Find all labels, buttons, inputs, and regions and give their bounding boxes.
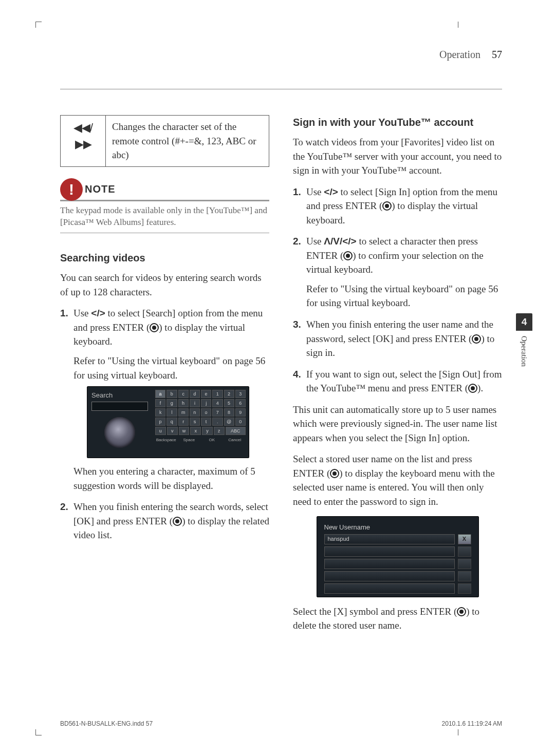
screenshot-input — [91, 402, 148, 411]
chapter-label: Operation — [520, 331, 528, 367]
screenshot-search-label: Search — [91, 391, 148, 401]
signin-step-4: 4. If you want to sign out, select the [… — [293, 367, 502, 395]
username-slot — [324, 571, 455, 581]
delete-x-button — [458, 559, 471, 569]
signin-step-2: 2. Use Λ/V/</> to select a character the… — [293, 234, 502, 310]
heading-sign-in: Sign in with your YouTube™ account — [293, 115, 502, 130]
rewind-forward-icon: ◀◀/▶▶ — [61, 116, 106, 167]
enter-icon — [457, 607, 466, 616]
footer-timestamp: 2010.1.6 11:19:24 AM — [442, 720, 502, 727]
chapter-number: 4 — [516, 313, 532, 331]
note-title: NOTE — [85, 182, 116, 197]
delete-x-button — [458, 546, 471, 557]
screenshot-new-username: New Username — [324, 523, 471, 533]
left-right-nav-icon: </> — [91, 308, 105, 318]
note-alert-icon: ! — [60, 178, 83, 201]
heading-searching-videos: Searching videos — [60, 251, 269, 266]
delete-x-button: X — [458, 534, 471, 544]
username-slot: hanspud — [324, 534, 455, 544]
step-2: 2. When you finish entering the search w… — [60, 500, 269, 542]
dpad-nav-icon: Λ/V/</> — [324, 236, 356, 247]
enter-icon — [468, 384, 477, 393]
step-1: 1. Use </> to select [Search] option fro… — [60, 306, 269, 493]
enter-icon — [150, 323, 159, 332]
side-chapter-tab: 4 Operation — [516, 313, 532, 393]
step-1-reference: Refer to "Using the virtual keyboard" on… — [73, 354, 269, 382]
username-slot — [324, 559, 455, 569]
username-slot — [324, 546, 455, 557]
crop-mark — [458, 729, 458, 735]
stored-user-text: Select a stored user name on the list an… — [293, 452, 502, 508]
charset-table: ◀◀/▶▶ Changes the character set of the r… — [60, 115, 269, 167]
note-body: The keypad mode is available only in the… — [60, 201, 269, 233]
signin-step-3: 3. When you finish entering the user nam… — [293, 317, 502, 360]
note-header: ! NOTE — [60, 178, 269, 201]
disc-icon — [104, 417, 135, 448]
charset-description: Changes the character set of the remote … — [106, 116, 269, 167]
header-page-number: 57 — [492, 49, 502, 61]
virtual-keyboard-screenshot: Search abcde123 fghij456 klmno789 pqrst.… — [87, 386, 249, 458]
page-header: Operation 57 — [60, 49, 502, 61]
signin-step-1: 1. Use </> to select [Sign In] option fr… — [293, 185, 502, 228]
crop-mark — [35, 729, 42, 735]
enter-icon — [173, 517, 182, 526]
delete-x-button — [458, 583, 471, 594]
auto-store-text: This unit can automatically store up to … — [293, 403, 502, 445]
right-column: Sign in with your YouTube™ account To wa… — [293, 115, 502, 640]
enter-icon — [343, 251, 353, 260]
left-column: ◀◀/▶▶ Changes the character set of the r… — [60, 115, 269, 640]
footer-filename: BD561-N-BUSALLK-ENG.indd 57 — [60, 720, 153, 727]
left-right-nav-icon: </> — [324, 186, 338, 197]
delete-x-button — [458, 571, 471, 581]
crop-mark — [458, 22, 458, 28]
delete-user-text: Select the [X] symbol and press ENTER ()… — [293, 604, 502, 633]
username-list-screenshot: New Username hanspudX — [317, 516, 479, 597]
page-footer: BD561-N-BUSALLK-ENG.indd 57 2010.1.6 11:… — [60, 720, 502, 727]
divider — [60, 233, 269, 233]
signin-step-2-reference: Refer to "Using the virtual keyboard" on… — [306, 282, 502, 310]
header-section: Operation — [439, 49, 480, 61]
enter-icon — [382, 201, 392, 211]
signin-intro: To watch videos from your [Favorites] vi… — [293, 135, 502, 178]
enter-icon — [330, 469, 339, 478]
screenshot-caption: When you entering a character, maximum o… — [73, 464, 269, 493]
enter-icon — [472, 334, 481, 344]
username-slot — [324, 583, 455, 594]
search-intro: You can search for videos by entering se… — [60, 271, 269, 299]
crop-mark — [35, 22, 42, 28]
